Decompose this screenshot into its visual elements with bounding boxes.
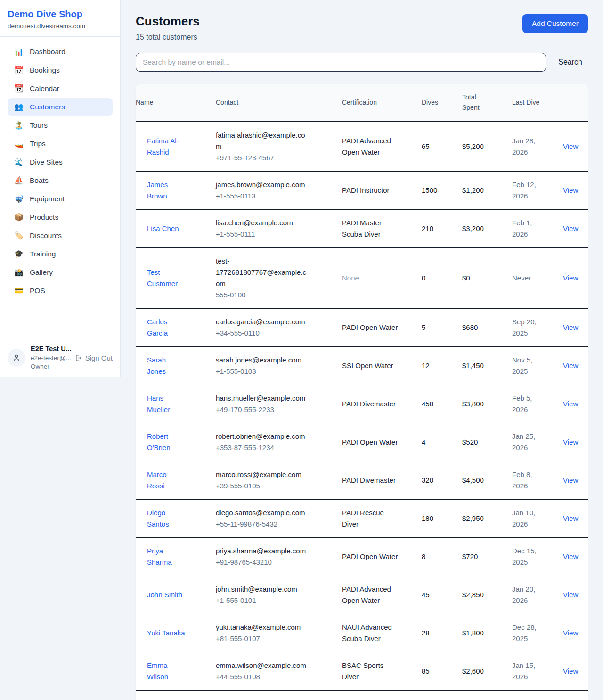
sidebar-nav-item[interactable]: 🤿 Equipment — [8, 190, 113, 208]
sidebar-nav-item[interactable]: 📸 Gallery — [8, 264, 113, 281]
customer-name-link[interactable]: Yuki Tanaka — [147, 629, 185, 637]
cell-view: View — [563, 658, 588, 684]
cell-certification: NAUI Advanced Scuba Diver — [342, 614, 422, 652]
cell-dives: 450 — [422, 391, 462, 417]
sidebar-nav-item[interactable]: ⛵ Boats — [8, 172, 113, 189]
customer-name-link[interactable]: Test Customer — [147, 268, 178, 288]
view-link[interactable]: View — [563, 552, 578, 560]
customer-name-link[interactable]: Robert O'Brien — [147, 432, 171, 452]
cell-contact: lisa.chen@example.com +1-555-0111 — [216, 210, 342, 247]
cell-total-spent: $3,200 — [462, 215, 512, 242]
sidebar-nav-item[interactable]: 🎓 Training — [8, 245, 113, 263]
customer-email: emma.wilson@example.com — [216, 660, 310, 671]
cell-last-dive: Jan 10, 2026 — [512, 500, 563, 537]
customer-name-link[interactable]: Priya Sharma — [147, 547, 172, 566]
nav-item-icon: 💳 — [14, 287, 24, 295]
customer-row: Diego Santos diego.santos@example.com +5… — [136, 499, 588, 537]
brand-block: Demo Dive Shop demo.test.divestreams.com — [0, 0, 120, 37]
sidebar-nav-item[interactable]: 🏝️ Tours — [8, 116, 113, 134]
cell-last-dive: Dec 15, 2025 — [512, 538, 563, 576]
sign-out-icon — [74, 354, 82, 362]
nav-item-icon: 📦 — [14, 214, 24, 221]
view-link[interactable]: View — [563, 142, 578, 150]
view-link[interactable]: View — [563, 667, 578, 675]
customer-name-link[interactable]: Diego Santos — [147, 509, 169, 528]
customer-phone: +1-555-0101 — [216, 595, 310, 606]
customer-name-link[interactable]: James Brown — [147, 181, 168, 200]
add-customer-button[interactable]: Add Customer — [522, 14, 588, 33]
view-link[interactable]: View — [563, 224, 578, 232]
cell-total-spent: $2,600 — [462, 658, 512, 684]
view-link[interactable]: View — [563, 274, 578, 282]
customer-name-link[interactable]: Fatima Al-Rashid — [147, 137, 179, 156]
view-link[interactable]: View — [563, 591, 578, 599]
sidebar-nav-item[interactable]: 💳 POS — [8, 282, 113, 300]
customer-name-link[interactable]: Marco Rossi — [147, 470, 167, 490]
cell-contact: diego.santos@example.com +55-11-99876-54… — [216, 500, 342, 537]
customer-phone: +39-555-0105 — [216, 480, 310, 492]
cell-total-spent: $2,850 — [462, 582, 512, 608]
cell-total-spent: $1,800 — [462, 620, 512, 646]
search-input[interactable] — [136, 53, 546, 72]
sidebar-nav-item[interactable]: 📆 Calendar — [8, 80, 113, 98]
cell-name: Fatima Al-Rashid — [136, 128, 216, 165]
cell-name: Carlos Garcia — [136, 309, 216, 346]
nav-item-icon: 🎓 — [14, 250, 24, 258]
sidebar-nav-item[interactable]: 🏷️ Discounts — [8, 227, 113, 245]
view-link[interactable]: View — [563, 323, 578, 331]
cell-dives: 210 — [422, 215, 462, 242]
view-link[interactable]: View — [563, 629, 578, 637]
page-title: Customers — [136, 14, 200, 29]
customer-certification: NAUI Advanced Scuba Diver — [342, 623, 392, 642]
customer-email: yuki.tanaka@example.com — [216, 622, 310, 633]
customer-name-link[interactable]: Lisa Chen — [147, 224, 179, 232]
view-link[interactable]: View — [563, 438, 578, 446]
search-button[interactable]: Search — [558, 58, 588, 66]
cell-certification: PADI Advanced Open Water — [342, 576, 422, 614]
cell-dives: 320 — [422, 467, 462, 494]
cell-name: Marco Rossi — [136, 461, 216, 499]
cell-certification: BSAC Sports Diver — [342, 652, 422, 690]
sidebar-nav-item[interactable]: 📦 Products — [8, 208, 113, 226]
cell-dives: 5 — [422, 314, 462, 341]
customer-name-link[interactable]: Sarah Jones — [147, 356, 166, 375]
sign-out-button[interactable]: Sign Out — [74, 354, 113, 362]
cell-name: Diego Santos — [136, 500, 216, 537]
brand-name[interactable]: Demo Dive Shop — [8, 8, 113, 20]
cell-view: View — [563, 265, 588, 291]
sidebar-nav-item[interactable]: 📊 Dashboard — [8, 43, 113, 61]
customer-name-link[interactable]: Emma Wilson — [147, 661, 168, 681]
customer-email: carlos.garcia@example.com — [216, 316, 310, 328]
view-link[interactable]: View — [563, 400, 578, 408]
cell-name: Test Customer — [136, 259, 216, 297]
customer-name-link[interactable]: John Smith — [147, 591, 182, 599]
view-link[interactable]: View — [563, 362, 578, 370]
view-link[interactable]: View — [563, 514, 578, 522]
cell-dives: 85 — [422, 658, 462, 684]
cell-total-spent: $680 — [462, 314, 512, 341]
customer-phone: +353-87-555-1234 — [216, 442, 310, 453]
customer-certification: PADI Rescue Diver — [342, 509, 384, 528]
nav-item-icon: 📅 — [14, 66, 24, 74]
customer-certification: BSAC Sports Diver — [342, 661, 383, 681]
customer-name-link[interactable]: Hans Mueller — [147, 394, 170, 413]
cell-total-spent: $720 — [462, 544, 512, 570]
customer-row: Robert O'Brien robert.obrien@example.com… — [136, 423, 588, 461]
view-link[interactable]: View — [563, 186, 578, 194]
sidebar-nav-item[interactable]: 🌊 Dive Sites — [8, 153, 113, 171]
customer-certification: PADI Divemaster — [342, 476, 396, 484]
customer-name-link[interactable]: Carlos Garcia — [147, 318, 168, 337]
customer-row: James Brown james.brown@example.com +1-5… — [136, 171, 588, 209]
column-header: Dives — [422, 89, 462, 115]
cell-view: View — [563, 582, 588, 608]
sidebar-nav-item[interactable]: 📅 Bookings — [8, 61, 113, 79]
sidebar-nav-item[interactable]: 🚤 Trips — [8, 135, 113, 153]
cell-name: Sarah Jones — [136, 347, 216, 385]
customer-phone: +34-555-0110 — [216, 328, 310, 339]
view-link[interactable]: View — [563, 476, 578, 484]
customer-certification: PADI Instructor — [342, 186, 390, 194]
sidebar-nav-item[interactable]: 👥 Customers — [8, 98, 113, 116]
cell-view: View — [563, 544, 588, 570]
customer-email: marco.rossi@example.com — [216, 469, 310, 480]
cell-last-dive: Nov 5, 2025 — [512, 347, 563, 385]
